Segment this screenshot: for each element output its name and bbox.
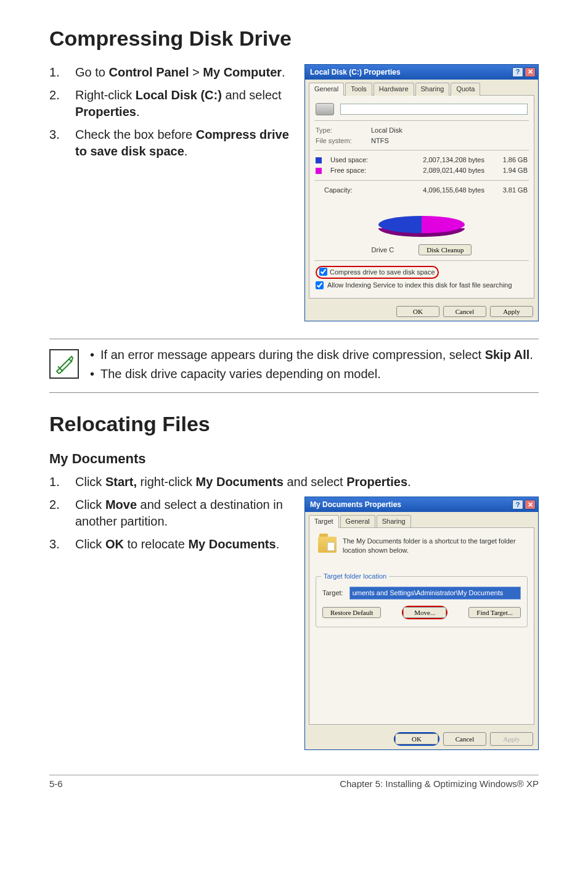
text: > <box>189 65 203 79</box>
tab-quota[interactable]: Quota <box>451 83 480 96</box>
help-icon[interactable]: ? <box>512 500 523 510</box>
description: The My Documents folder is a shortcut to… <box>343 537 525 555</box>
fs-label: File system: <box>316 136 365 146</box>
used-bytes: 2,007,134,208 bytes <box>380 155 484 165</box>
indexing-label: Allow Indexing Service to index this dis… <box>327 281 512 290</box>
ok-button[interactable]: OK <box>395 733 438 745</box>
mydocuments-icon <box>318 537 337 553</box>
my-documents-properties-dialog: My Documents Properties ? ✕ Target Gener… <box>304 497 539 750</box>
bold: My Computer <box>203 65 282 79</box>
fieldset-legend: Target folder location <box>321 572 389 581</box>
help-icon[interactable]: ? <box>512 67 523 77</box>
step-1: Click Start, right-click My Documents an… <box>49 474 539 490</box>
text: and select <box>222 88 282 102</box>
tab-tools[interactable]: Tools <box>345 83 372 96</box>
cancel-button[interactable]: Cancel <box>443 306 486 317</box>
steps-relocate: Click Start, right-click My Documents an… <box>49 474 539 490</box>
bold: Local Disk (C:) <box>136 88 222 102</box>
panel: Type:Local Disk File system:NTFS Used sp… <box>309 95 534 299</box>
text: Right-click <box>75 88 136 102</box>
tab-general[interactable]: General <box>309 83 344 96</box>
text: Go to <box>75 65 108 79</box>
tabstrip: Target General Sharing <box>305 512 538 527</box>
text: . <box>184 144 188 158</box>
close-icon[interactable]: ✕ <box>525 67 536 77</box>
text: right-click <box>137 475 196 489</box>
tab-hardware[interactable]: Hardware <box>374 83 414 96</box>
text: The disk drive capacity varies depending… <box>100 366 381 382</box>
tabstrip: General Tools Hardware Sharing Quota <box>305 80 538 95</box>
step-3: Check the box before Compress drive to s… <box>49 126 290 160</box>
free-gb: 1.94 GB <box>491 166 528 175</box>
apply-button[interactable]: Apply <box>490 306 533 317</box>
text: . <box>529 348 533 361</box>
tab-general[interactable]: General <box>340 515 375 528</box>
compress-highlight: Compress drive to save disk space <box>316 266 439 279</box>
bold: OK <box>105 537 124 551</box>
tab-target[interactable]: Target <box>309 515 339 528</box>
bold: Start, <box>105 475 137 489</box>
pie-chart-icon <box>378 199 465 242</box>
cap-gb: 3.81 GB <box>491 186 528 195</box>
move-highlight: Move... <box>402 606 447 619</box>
compress-label: Compress drive to save disk space <box>330 268 435 277</box>
fs-value: NTFS <box>371 136 389 146</box>
note-item-1: If an error message appears during the d… <box>90 347 533 363</box>
volume-label-input[interactable] <box>340 104 528 115</box>
cancel-button[interactable]: Cancel <box>443 732 486 746</box>
local-disk-properties-dialog: Local Disk (C:) Properties ? ✕ General T… <box>304 64 539 321</box>
text: to relocate <box>124 537 189 551</box>
move-button[interactable]: Move... <box>403 607 446 618</box>
drive-label: Drive C <box>372 245 394 255</box>
steps-compress: Go to Control Panel > My Computer. Right… <box>49 64 290 160</box>
compress-checkbox[interactable] <box>319 268 327 276</box>
free-label: Free space: <box>330 166 374 175</box>
heading-relocating: Relocating Files <box>49 410 539 439</box>
indexing-checkbox[interactable] <box>316 281 324 289</box>
page-number: 5-6 <box>49 778 63 790</box>
target-label: Target: <box>322 588 343 598</box>
free-bytes: 2,089,021,440 bytes <box>380 166 484 175</box>
bold: Properties <box>346 475 407 489</box>
apply-button: Apply <box>490 732 533 746</box>
cap-bytes: 4,096,155,648 bytes <box>374 186 484 195</box>
dialog-title: Local Disk (C:) Properties <box>310 67 401 77</box>
note-item-2: The disk drive capacity varies depending… <box>90 366 533 382</box>
find-target-button[interactable]: Find Target... <box>468 607 521 618</box>
bold: Skip All <box>485 348 530 361</box>
dialog-title: My Documents Properties <box>310 500 401 510</box>
note-icon <box>49 349 79 379</box>
text: Click <box>75 498 105 511</box>
target-input[interactable]: uments and Settings\Administrator\My Doc… <box>349 587 521 600</box>
steps-relocate-cont: Click Move and select a destination in a… <box>49 497 290 553</box>
used-label: Used space: <box>330 155 374 165</box>
cap-label: Capacity: <box>316 186 367 195</box>
text: . <box>282 65 285 79</box>
bold: My Documents <box>196 475 284 489</box>
bold: Properties <box>75 105 136 118</box>
type-value: Local Disk <box>371 126 402 135</box>
heading-compressing: Compressing Disk Drive <box>49 25 539 53</box>
used-swatch-icon <box>316 157 322 163</box>
ok-button[interactable]: OK <box>396 306 439 317</box>
disk-cleanup-button[interactable]: Disk Cleanup <box>419 244 472 255</box>
tab-sharing[interactable]: Sharing <box>415 83 450 96</box>
used-gb: 1.86 GB <box>491 155 528 165</box>
text: and select <box>284 475 346 489</box>
text: Check the box before <box>75 128 196 141</box>
titlebar: My Documents Properties ? ✕ <box>305 497 538 512</box>
tab-sharing[interactable]: Sharing <box>377 515 411 528</box>
close-icon[interactable]: ✕ <box>525 500 536 510</box>
titlebar: Local Disk (C:) Properties ? ✕ <box>305 65 538 80</box>
chapter-title: Chapter 5: Installing & Optimizing Windo… <box>340 778 539 790</box>
restore-default-button[interactable]: Restore Default <box>322 607 381 618</box>
target-fieldset: Target folder location Target: uments an… <box>316 576 528 627</box>
text: Click <box>75 537 105 551</box>
step-2: Click Move and select a destination in a… <box>49 497 290 530</box>
step-2: Right-click Local Disk (C:) and select P… <box>49 87 290 120</box>
text: . <box>276 537 280 551</box>
text: . <box>136 105 140 118</box>
panel: The My Documents folder is a shortcut to… <box>309 527 534 725</box>
page-footer: 5-6 Chapter 5: Installing & Optimizing W… <box>49 775 539 790</box>
bold: Control Panel <box>108 65 189 79</box>
